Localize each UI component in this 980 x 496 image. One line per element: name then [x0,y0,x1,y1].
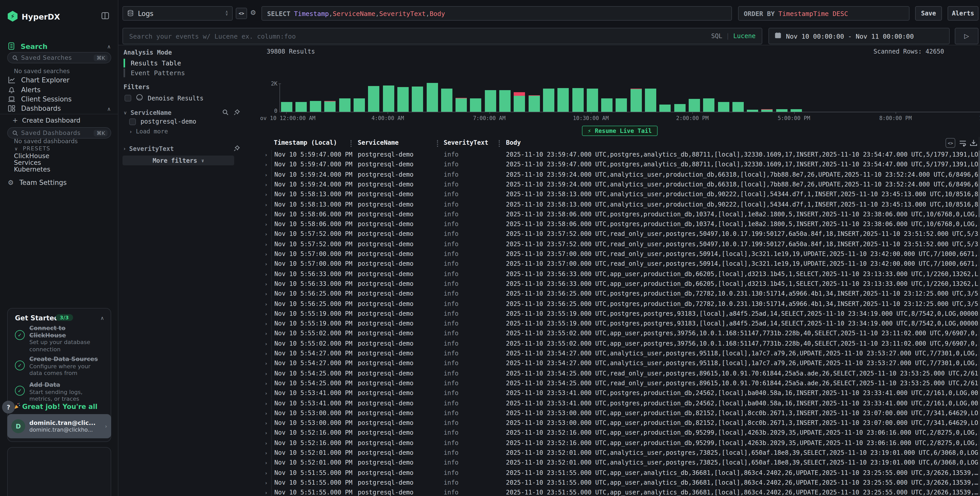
table-row[interactable]: ›Nov 10 5:54:25.000 PMpostgresql-demoinf… [260,379,980,389]
table-row[interactable]: ›Nov 10 5:59:47.000 PMpostgresql-demoinf… [260,150,980,160]
histogram-bar[interactable] [353,98,365,112]
histogram-bar[interactable] [572,88,584,112]
expand-row-icon[interactable]: › [264,428,271,438]
save-button[interactable]: Save [915,6,942,21]
table-row[interactable]: ›Nov 10 5:51:55.000 PMpostgresql-demoinf… [260,488,980,496]
table-row[interactable]: ›Nov 10 5:58:13.000 PMpostgresql-demoinf… [260,199,980,210]
expand-row-icon[interactable]: › [264,279,271,289]
table-row[interactable]: ›Nov 10 5:54:25.000 PMpostgresql-demoinf… [260,368,980,379]
table-row[interactable]: ›Nov 10 5:52:16.000 PMpostgresql-demoinf… [260,438,980,448]
table-row[interactable]: ›Nov 10 5:51:55.000 PMpostgresql-demoinf… [260,468,980,478]
histogram-bar[interactable] [339,98,350,112]
expand-row-icon[interactable]: › [264,259,271,270]
help-button[interactable]: ? [2,401,15,414]
histogram-bar[interactable] [616,98,627,112]
expand-row-icon[interactable]: › [264,289,271,299]
code-mode-button[interactable]: <> [236,8,247,19]
scrollbar[interactable] [978,137,980,496]
expand-row-icon[interactable]: › [264,269,271,279]
column-resize-handle[interactable] [437,140,438,147]
checkbox[interactable] [124,95,131,102]
histogram-bar[interactable] [470,98,482,112]
table-row[interactable]: ›Nov 10 5:52:01.000 PMpostgresql-demoinf… [260,458,980,468]
pin-icon[interactable] [234,144,240,153]
histogram-bar[interactable] [645,89,656,112]
checkbox[interactable] [129,118,136,125]
expand-row-icon[interactable]: › [264,379,271,389]
histogram-bar[interactable] [689,99,700,112]
table-row[interactable]: ›Nov 10 5:56:25.000 PMpostgresql-demoinf… [260,299,980,309]
expand-row-icon[interactable]: › [264,160,271,170]
code-view-icon[interactable]: <> [945,138,955,148]
collapse-sidebar-icon[interactable] [101,11,110,22]
column-header-servicename[interactable]: ServiceName [358,139,399,146]
expand-row-icon[interactable]: › [264,399,271,408]
expand-row-icon[interactable]: › [264,230,271,239]
select-clause-input[interactable]: SELECT Timestamp,ServiceName,SeverityTex… [261,6,732,21]
table-row[interactable]: ›Nov 10 5:58:06.000 PMpostgresql-demoinf… [260,210,980,220]
saved-searches-input[interactable]: Saved Searches ⌘K [7,52,111,63]
sidebar-item-preset-kubernetes[interactable]: Kubernetes [14,165,51,173]
expand-row-icon[interactable]: › [264,219,271,230]
histogram-bar[interactable] [791,110,802,112]
histogram-bar[interactable] [441,89,452,112]
get-started-item[interactable]: Create Data Sources Configure where your… [29,356,98,377]
alerts-button[interactable]: Alerts [948,6,978,21]
histogram-bar[interactable] [528,95,540,112]
filter-value-postgresql-demo[interactable]: postgresql-demo [129,118,196,125]
histogram-bar[interactable] [660,104,671,112]
histogram-bar[interactable] [499,90,511,112]
histogram-bar[interactable] [557,88,569,112]
run-query-button[interactable]: ▷ [955,28,978,44]
table-row[interactable]: ›Nov 10 5:55:02.000 PMpostgresql-demoinf… [260,329,980,339]
table-row[interactable]: ›Nov 10 5:58:06.000 PMpostgresql-demoinf… [260,219,980,230]
expand-row-icon[interactable]: › [264,199,271,210]
expand-row-icon[interactable]: › [264,418,271,428]
histogram-bar[interactable] [485,90,496,112]
mode-event-patterns[interactable]: Event Patterns [124,69,185,77]
table-row[interactable]: ›Nov 10 5:53:41.000 PMpostgresql-demoinf… [260,388,980,399]
query-settings-gear-icon[interactable]: ⚙ [250,9,256,16]
histogram-bar[interactable] [732,102,744,112]
saved-dashboards-input[interactable]: Saved Dashboards ⌘K [7,127,111,139]
expand-row-icon[interactable]: › [264,438,271,448]
table-row[interactable]: ›Nov 10 5:56:33.000 PMpostgresql-demoinf… [260,279,980,289]
expand-row-icon[interactable]: › [264,359,271,369]
source-select[interactable]: Logs ∧∨ [123,6,233,21]
expand-row-icon[interactable]: › [264,319,271,329]
create-dashboard-button[interactable]: + Create Dashboard [12,116,80,124]
table-row[interactable]: ›Nov 10 5:59:24.000 PMpostgresql-demoinf… [260,170,980,180]
histogram-bar[interactable] [412,87,423,112]
sidebar-item-chart-explorer[interactable]: Chart Explorer [8,76,70,84]
expand-row-icon[interactable]: › [264,339,271,349]
expand-row-icon[interactable]: › [264,488,271,496]
chevron-up-icon[interactable]: ∧ [100,315,104,321]
expand-row-icon[interactable]: › [264,190,271,199]
histogram-bar[interactable] [426,83,438,112]
sidebar-item-dashboards[interactable]: Dashboards [8,105,61,112]
table-row[interactable]: ›Nov 10 5:57:52.000 PMpostgresql-demoinf… [260,230,980,239]
histogram-bar[interactable] [455,98,467,112]
column-resize-handle[interactable] [350,140,352,147]
load-more-button[interactable]: › Load more [130,128,168,135]
user-account-button[interactable]: D dominic.tran@clic... dominic.tran@clic… [7,414,111,438]
chevron-up-icon[interactable]: ∧ [107,106,111,112]
table-row[interactable]: ›Nov 10 5:59:24.000 PMpostgresql-demoinf… [260,180,980,190]
histogram-bar[interactable] [747,110,758,112]
table-row[interactable]: ›Nov 10 5:57:00.000 PMpostgresql-demoinf… [260,259,980,270]
column-header-body[interactable]: Body [506,139,521,146]
table-row[interactable]: ›Nov 10 5:58:13.000 PMpostgresql-demoinf… [260,190,980,199]
table-row[interactable]: ›Nov 10 5:54:27.000 PMpostgresql-demoinf… [260,349,980,359]
histogram-bar[interactable] [325,101,336,112]
table-row[interactable]: ›Nov 10 5:53:41.000 PMpostgresql-demoinf… [260,399,980,408]
resume-live-tail-button[interactable]: ⚡ Resume Live Tail [582,126,657,136]
histogram-bar[interactable] [601,98,612,112]
sidebar-item-alerts[interactable]: Alerts [8,86,40,94]
scrollbar-thumb[interactable] [978,150,980,217]
expand-row-icon[interactable]: › [264,408,271,418]
more-filters-button[interactable]: More filters ∨ [123,156,234,165]
download-icon[interactable] [970,139,977,149]
table-row[interactable]: ›Nov 10 5:56:33.000 PMpostgresql-demoinf… [260,269,980,279]
histogram-bar[interactable] [397,87,409,112]
search-icon[interactable] [222,108,229,117]
